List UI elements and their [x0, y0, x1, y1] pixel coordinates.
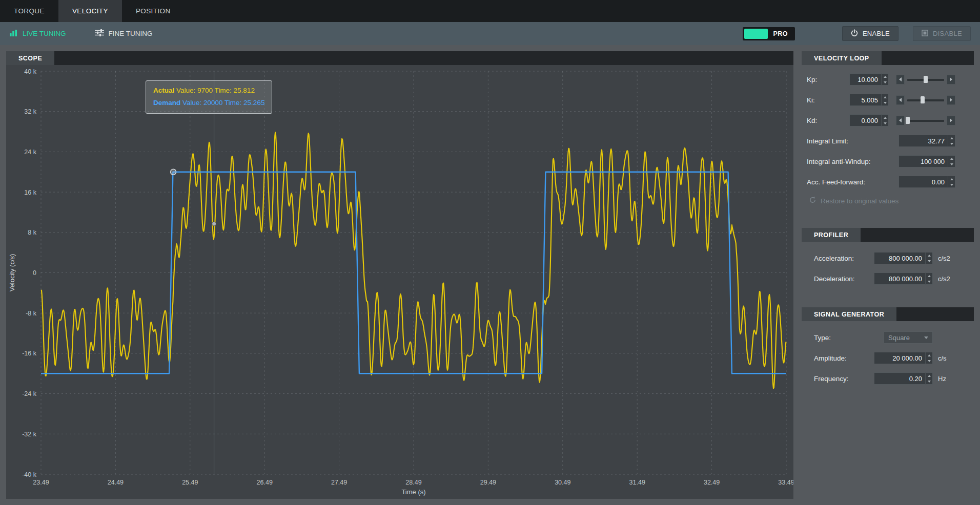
- slider-right-button[interactable]: [947, 116, 955, 125]
- type-dropdown[interactable]: Square: [884, 331, 933, 344]
- spin-down-button[interactable]: [926, 358, 932, 364]
- svg-text:-24 k: -24 k: [22, 390, 37, 397]
- spin-up-button[interactable]: [882, 94, 888, 100]
- spin-up-button[interactable]: [926, 373, 932, 378]
- ki-spinner: [881, 94, 889, 106]
- anti-windup-input[interactable]: [899, 155, 948, 167]
- frequency-label: Frequency:: [814, 375, 874, 383]
- restore-label: Restore to original values: [821, 197, 899, 205]
- enable-button[interactable]: ENABLE: [842, 26, 899, 41]
- acc-feedforward-input[interactable]: [899, 176, 948, 188]
- spin-up-button[interactable]: [926, 352, 932, 358]
- kd-slider-group: [896, 116, 955, 125]
- profiler-header: PROFILER: [802, 228, 974, 242]
- kp-slider[interactable]: [907, 75, 944, 85]
- scope-tab[interactable]: SCOPE: [6, 51, 54, 65]
- acc-feedforward-label: Acc. Feed-forward:: [807, 178, 899, 186]
- spin-up-button[interactable]: [882, 74, 888, 79]
- scope-chart[interactable]: 23.4924.4925.4926.4927.4928.4929.4930.49…: [6, 65, 793, 499]
- tab-position[interactable]: POSITION: [122, 0, 185, 22]
- kd-input[interactable]: [849, 114, 881, 127]
- kp-label: Kp:: [807, 76, 849, 83]
- spin-up-button[interactable]: [926, 252, 932, 258]
- tab-velocity[interactable]: VELOCITY: [58, 0, 122, 22]
- kd-slider[interactable]: [907, 116, 944, 125]
- svg-text:0: 0: [33, 269, 36, 277]
- spin-down-button[interactable]: [948, 161, 955, 167]
- amplitude-label: Amplitude:: [814, 354, 874, 362]
- deceleration-unit: c/s2: [933, 275, 955, 283]
- spin-up-button[interactable]: [948, 176, 955, 182]
- fine-tuning-label: FINE TUNING: [109, 30, 153, 37]
- slider-left-button[interactable]: [896, 75, 905, 85]
- scope-chart-area: 23.4924.4925.4926.4927.4928.4929.4930.49…: [6, 65, 793, 499]
- type-dropdown-value: Square: [888, 334, 910, 342]
- integral-limit-label: Integral Limit:: [807, 137, 899, 145]
- spin-down-button[interactable]: [882, 100, 888, 106]
- power-icon: [851, 29, 858, 38]
- svg-text:16 k: 16 k: [24, 189, 36, 196]
- type-row: Type: Square: [814, 327, 955, 348]
- acceleration-input[interactable]: [874, 252, 925, 264]
- integral-limit-input[interactable]: [899, 135, 948, 147]
- slider-left-button[interactable]: [896, 116, 905, 125]
- spin-up-button[interactable]: [948, 135, 955, 141]
- pro-toggle[interactable]: PRO: [743, 27, 795, 40]
- tooltip-demand-row: Demand Value: 20000 Time: 25.265: [153, 97, 264, 109]
- integral-limit-spinner: [948, 135, 955, 147]
- fine-tuning-icon: [95, 29, 104, 38]
- pro-toggle-switch[interactable]: [744, 29, 768, 39]
- profiler-section: PROFILER Acceleration: c/s2 Decelerati: [802, 228, 974, 289]
- amplitude-input[interactable]: [874, 352, 925, 364]
- svg-text:-16 k: -16 k: [22, 350, 37, 357]
- svg-text:27.49: 27.49: [331, 479, 347, 486]
- tab-torque[interactable]: TORQUE: [0, 0, 58, 22]
- spin-down-button[interactable]: [882, 120, 888, 126]
- acceleration-unit: c/s2: [933, 255, 955, 262]
- kd-label: Kd:: [807, 117, 849, 124]
- spin-down-button[interactable]: [926, 279, 932, 284]
- ki-label: Ki:: [807, 96, 849, 104]
- kp-row: Kp:: [807, 69, 955, 90]
- spin-down-button[interactable]: [926, 378, 932, 384]
- amplitude-row: Amplitude: c/s: [814, 348, 955, 368]
- spin-down-button[interactable]: [948, 182, 955, 187]
- disable-button-label: DISABLE: [933, 30, 962, 37]
- spin-down-button[interactable]: [948, 141, 955, 146]
- anti-windup-spinner: [948, 155, 955, 167]
- spin-up-button[interactable]: [926, 273, 932, 279]
- kd-slider-handle[interactable]: [906, 117, 910, 124]
- restore-button[interactable]: Restore to original values: [807, 192, 955, 209]
- acceleration-spinner: [925, 252, 933, 264]
- ki-slider-handle[interactable]: [921, 96, 925, 103]
- fine-tuning-button[interactable]: FINE TUNING: [95, 29, 153, 38]
- spin-down-button[interactable]: [926, 258, 932, 264]
- frequency-input[interactable]: [874, 372, 925, 385]
- enable-button-label: ENABLE: [863, 30, 890, 37]
- signal-generator-title: SIGNAL GENERATOR: [802, 307, 896, 321]
- tooltip-actual-name: Actual: [153, 87, 174, 94]
- slider-left-button[interactable]: [896, 95, 905, 105]
- chevron-down-icon: [924, 336, 928, 339]
- spin-down-button[interactable]: [882, 79, 888, 85]
- integral-limit-row: Integral Limit:: [807, 131, 955, 151]
- scope-panel: SCOPE 23.4924.4925.4926.4927.4928.4929.4…: [6, 51, 793, 499]
- slider-right-button[interactable]: [947, 75, 955, 85]
- slider-right-button[interactable]: [947, 95, 955, 105]
- deceleration-input[interactable]: [874, 272, 925, 285]
- spin-up-button[interactable]: [882, 115, 888, 120]
- live-tuning-button[interactable]: LIVE TUNING: [9, 29, 66, 38]
- svg-text:32 k: 32 k: [24, 108, 36, 115]
- kp-slider-handle[interactable]: [924, 76, 928, 83]
- ki-input[interactable]: [849, 94, 881, 106]
- ki-slider[interactable]: [907, 95, 944, 105]
- kp-input[interactable]: [849, 73, 881, 86]
- spin-up-button[interactable]: [948, 156, 955, 161]
- frequency-unit: Hz: [933, 375, 955, 383]
- disable-button[interactable]: DISABLE: [913, 26, 971, 41]
- tooltip-actual-row: Actual Value: 9700 Time: 25.812: [153, 85, 264, 97]
- svg-text:-8 k: -8 k: [26, 310, 37, 317]
- pro-toggle-label: PRO: [768, 30, 793, 37]
- kd-row: Kd:: [807, 110, 955, 131]
- kp-slider-group: [896, 75, 955, 85]
